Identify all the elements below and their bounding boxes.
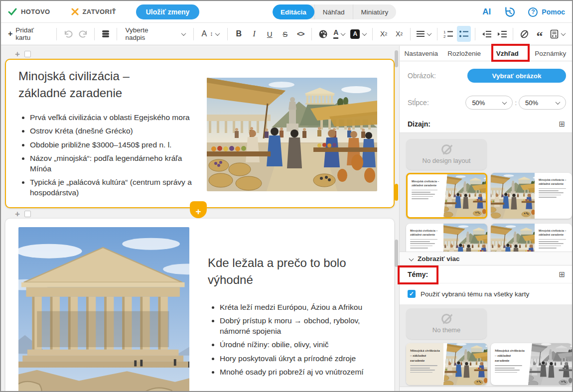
column-right-select[interactable]: 50%	[519, 96, 566, 110]
card-select-checkbox[interactable]	[24, 211, 31, 217]
outdent-button[interactable]	[479, 26, 493, 42]
bullet-item: Úrodné nížiny: obilie, olivy, vinič	[220, 340, 385, 350]
mini-card-image	[491, 173, 535, 219]
design-row: Dizajn: ⊞	[400, 115, 572, 133]
no-design-layout-option[interactable]: No design layout	[406, 139, 487, 170]
mini-card-image	[443, 174, 486, 217]
design-layout-thumbnail[interactable]: Minojská civilizácia – základné zaradeni…	[491, 224, 572, 252]
design-layout-thumbnail-selected[interactable]: Minojská civilizácia – základné zaradeni…	[406, 173, 487, 219]
chevron-down-icon	[181, 31, 186, 36]
insert-card-row: +	[15, 50, 31, 58]
insert-card-plus-icon[interactable]: +	[15, 50, 20, 58]
expand-design-icon[interactable]: ⊞	[559, 120, 565, 129]
link-icon	[520, 29, 529, 39]
tab-vzhlad[interactable]: Vzhľad	[486, 50, 529, 57]
apply-theme-row: ✓ Použiť vybranú tému na všetky karty	[400, 283, 572, 304]
italic-button[interactable]: I	[247, 26, 261, 42]
sidebar-tabs: Nastavenia Rozloženie Vzhľad Poznámky	[400, 46, 572, 61]
tab-rozlozenie[interactable]: Rozloženie	[443, 50, 486, 57]
layers-icon	[101, 29, 110, 38]
show-more-label: Zobraziť viac	[418, 255, 460, 262]
card-editor-window: HOTOVO ZATVORIŤ Uložiť zmeny Editácia Ná…	[0, 0, 573, 392]
palette-button[interactable]	[316, 26, 330, 42]
question-icon: ?	[528, 7, 538, 17]
mini-card-title: Minojská civilizácia – základné zaradeni…	[410, 229, 441, 237]
apply-theme-label: Použiť vybranú tému na všetky karty	[421, 290, 529, 298]
mini-card-image	[491, 224, 535, 252]
column-left-value: 50%	[472, 99, 485, 107]
show-more-partial[interactable]: Zobraziť viac	[400, 387, 572, 391]
design-layout-thumbnail[interactable]: Minojská civilizácia – základné zaradeni…	[406, 224, 487, 252]
theme-thumbnail-cream[interactable]: Minojská civilizácia – základné zaradeni…	[406, 343, 487, 385]
chevron-down-icon	[556, 100, 561, 105]
column-right-value: 50%	[525, 99, 538, 107]
undo-button[interactable]	[61, 26, 75, 42]
superscript-button[interactable]: X2	[377, 26, 391, 42]
underline-button[interactable]: U	[263, 26, 277, 42]
blockquote-button[interactable]: “	[533, 26, 547, 42]
done-label: HOTOVO	[21, 8, 50, 15]
subscript-button[interactable]: X2	[392, 26, 406, 42]
plus-icon: +	[8, 29, 12, 38]
show-more-toggle[interactable]: Zobraziť viac	[400, 252, 572, 265]
align-button[interactable]	[415, 26, 433, 42]
layers-button[interactable]	[99, 26, 113, 42]
updown-arrow-icon: ↕	[210, 30, 213, 37]
tab-poznamky[interactable]: Poznámky	[529, 50, 573, 57]
help-button[interactable]: ? Pomoc	[528, 7, 565, 17]
done-button[interactable]: HOTOVO	[8, 8, 50, 15]
align-justify-icon	[417, 30, 425, 37]
theme-thumbnail-grayscale[interactable]: Minojská civilizácia – základné zaradeni…	[491, 343, 572, 385]
template-button[interactable]	[548, 26, 567, 42]
ordered-list-button[interactable]: 12	[441, 26, 455, 42]
card-image-market-scene[interactable]	[207, 78, 377, 191]
add-card-between-button[interactable]: +	[190, 201, 207, 218]
add-card-button[interactable]: + Pridať kartu	[6, 26, 52, 42]
apply-theme-checkbox[interactable]: ✓	[408, 290, 416, 298]
card-select-checkbox[interactable]	[24, 51, 31, 57]
expand-themes-icon[interactable]: ⊞	[559, 270, 565, 279]
chevron-down-icon	[409, 256, 414, 261]
design-layout-thumbnail[interactable]: Minojská civilizácia – základné zaradeni…	[491, 173, 572, 219]
mini-card-title: Minojská civilizácia – základné zaradeni…	[495, 348, 526, 363]
redo-button[interactable]	[76, 26, 90, 42]
close-label: ZATVORIŤ	[83, 8, 116, 15]
image-label: Obrázok:	[408, 72, 436, 80]
ai-button[interactable]: AI	[482, 7, 491, 17]
card-bullets[interactable]: Kréta leží medzi Európou, Áziou a Afriko…	[210, 302, 385, 381]
highlight-color-letter: A	[350, 29, 360, 39]
link-button[interactable]	[517, 26, 531, 42]
card-bullets[interactable]: Prvá veľká civilizácia v oblasti Egejské…	[20, 113, 195, 201]
bullet-item: Obdobie približne $3000–1450$ pred n. l.	[30, 140, 195, 150]
font-size-select[interactable]: A↕	[198, 26, 224, 42]
code-button[interactable]: <>	[293, 26, 307, 42]
heading-select[interactable]: Vyberte nadpis	[121, 26, 189, 42]
tab-editacia[interactable]: Editácia	[273, 4, 314, 19]
tab-miniatury[interactable]: Miniatúry	[353, 4, 397, 19]
strikethrough-button[interactable]: S	[278, 26, 292, 42]
insert-card-plus-icon[interactable]: +	[15, 210, 20, 218]
card-title[interactable]: Minojská civilizácia – základné zaradeni…	[18, 68, 178, 101]
card-title[interactable]: Kde ležala a prečo to bolo výhodné	[208, 255, 372, 288]
text-color-button[interactable]: A	[331, 26, 347, 42]
no-theme-option[interactable]: No theme	[406, 308, 487, 339]
bold-button[interactable]: B	[232, 26, 246, 42]
slide-card-1[interactable]: Minojská civilizácia – základné zaradeni…	[5, 59, 395, 208]
highlight-color-button[interactable]: A	[348, 26, 368, 42]
chevron-down-icon	[427, 31, 432, 36]
slide-card-2[interactable]: Kde ležala a prečo to bolo výhodné Kréta…	[5, 218, 395, 391]
save-changes-button[interactable]: Uložiť zmeny	[136, 4, 200, 19]
history-icon[interactable]	[504, 6, 515, 18]
tab-nastavenia[interactable]: Nastavenia	[400, 50, 443, 57]
bullet-list-button[interactable]	[457, 26, 471, 42]
mini-card-image	[443, 224, 487, 252]
card-image-parthenon[interactable]	[18, 227, 189, 391]
column-left-select[interactable]: 50%	[465, 96, 513, 110]
bullet-item: Dobrý prístup k moru → obchod, rybolov, …	[220, 316, 385, 336]
select-image-button[interactable]: Vybrať obrázok	[467, 69, 566, 83]
font-size-letter: A	[202, 29, 207, 38]
indent-button[interactable]	[495, 26, 509, 42]
canvas-scrollbar[interactable]	[395, 46, 398, 391]
close-button[interactable]: ZATVORIŤ	[71, 8, 116, 15]
tab-nahlad[interactable]: Náhľad	[314, 4, 353, 19]
